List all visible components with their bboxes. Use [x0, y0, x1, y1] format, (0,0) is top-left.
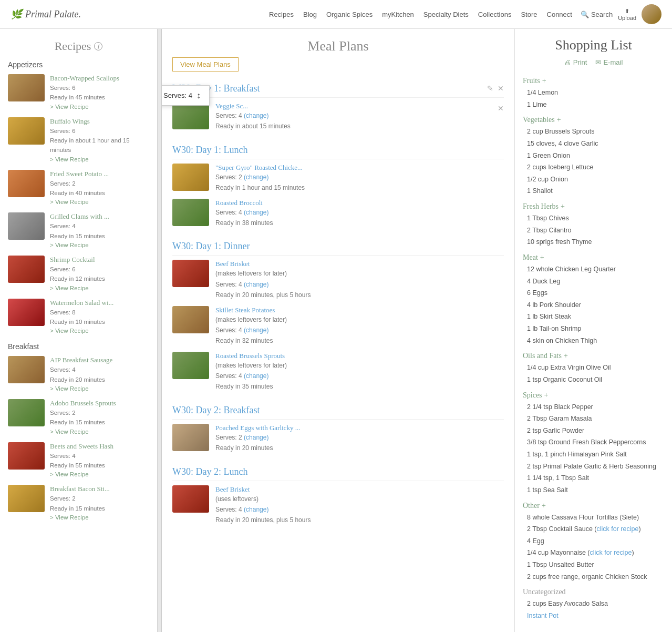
recipe-info: Adobo Brussels Sprouts Serves: 2 Ready i…	[50, 399, 149, 436]
meal-thumbnail	[172, 164, 209, 191]
recipe-thumbnail	[8, 117, 45, 145]
change-serves-link[interactable]: (change)	[244, 506, 268, 513]
recipe-title[interactable]: Watermelon Salad wi...	[50, 299, 113, 307]
shopping-item: 2 1/4 tsp Black Pepper	[523, 401, 664, 413]
add-item-icon[interactable]: +	[544, 391, 549, 400]
upload-button[interactable]: ⬆ Upload	[618, 8, 636, 21]
shopping-item: 1/4 cup Mayonnaise (click for recipe)	[523, 547, 664, 559]
view-recipe-link[interactable]: > View Recipe	[50, 471, 89, 477]
main-container: Recipes i Appetizers Bacon-Wrapped Scall…	[0, 29, 672, 632]
meal-title[interactable]: Skillet Steak Potatoes	[215, 306, 275, 314]
change-serves-link[interactable]: (change)	[244, 209, 268, 216]
view-recipe-link[interactable]: > View Recipe	[50, 242, 89, 248]
recipe-ready: Ready in 10 minutes	[50, 317, 149, 327]
change-serves-link[interactable]: (change)	[244, 327, 268, 334]
cocktail-sauce-link[interactable]: click for recipe	[596, 525, 638, 533]
view-recipe-link[interactable]: > View Recipe	[50, 199, 89, 205]
meal-thumbnail	[172, 260, 209, 287]
recipe-serves: Serves: 2	[50, 494, 149, 503]
email-button[interactable]: ✉ E-mail	[595, 58, 623, 66]
shopping-item: Instant Pot	[523, 610, 664, 622]
recipe-thumbnail	[8, 212, 45, 240]
recipe-title[interactable]: Fried Sweet Potato ...	[50, 170, 109, 178]
recipe-ready: Ready in 20 minutes	[50, 375, 149, 384]
day-header: W30: Day 1: Dinner	[172, 237, 504, 256]
print-button[interactable]: 🖨 Print	[564, 58, 587, 66]
recipe-title[interactable]: Shrimp Cocktail	[50, 256, 95, 263]
recipe-thumbnail	[8, 256, 45, 283]
recipe-title[interactable]: AIP Breakfast Sausage	[50, 356, 112, 364]
meal-info: Veggie Sc... Serves: 4 (change) Ready in…	[215, 102, 491, 132]
info-icon[interactable]: i	[94, 42, 102, 50]
add-item-icon[interactable]: +	[557, 116, 561, 124]
recipe-serves: Serves: 6	[50, 126, 149, 136]
category-breakfast: Breakfast	[0, 338, 157, 353]
recipe-title[interactable]: Grilled Clams with ...	[50, 212, 109, 220]
view-recipe-link[interactable]: > View Recipe	[50, 514, 89, 521]
meal-title[interactable]: Poached Eggs with Garlicky ...	[215, 424, 300, 432]
meal-title[interactable]: Roasted Broccoli	[215, 199, 263, 207]
nav-connect[interactable]: Connect	[547, 11, 572, 18]
nav-collections[interactable]: Collections	[478, 11, 512, 18]
view-recipe-link[interactable]: > View Recipe	[50, 429, 89, 435]
recipe-ready: Ready in 12 minutes	[50, 274, 149, 283]
meal-item: Beef Brisket (makes leftovers for later)…	[172, 260, 504, 300]
meal-title[interactable]: "Super Gyro" Roasted Chicke...	[215, 164, 303, 171]
nav-specialty-diets[interactable]: Specialty Diets	[423, 11, 469, 18]
view-recipe-link[interactable]: > View Recipe	[50, 285, 89, 291]
view-recipe-link[interactable]: > View Recipe	[50, 385, 89, 392]
add-item-icon[interactable]: +	[540, 253, 544, 262]
nav-organic-spices[interactable]: Organic Spices	[326, 11, 373, 18]
meal-title[interactable]: Beef Brisket	[215, 260, 250, 268]
list-item: AIP Breakfast Sausage Serves: 4 Ready in…	[0, 353, 157, 396]
day-header: W30: Day 2: Lunch	[172, 462, 504, 481]
recipe-title[interactable]: Buffalo Wings	[50, 117, 90, 125]
change-serves-link[interactable]: (change)	[244, 174, 268, 181]
recipe-title[interactable]: Bacon-Wrapped Scallops	[50, 74, 119, 82]
change-serves-link[interactable]: (change)	[244, 112, 268, 119]
recipe-title[interactable]: Beets and Sweets Hash	[50, 442, 113, 450]
instant-pot-link[interactable]: Instant Pot	[527, 612, 559, 619]
tooltip-cursor: ↕	[197, 91, 201, 100]
view-meal-plans-button[interactable]: View Meal Plans	[172, 57, 239, 72]
change-serves-link[interactable]: (change)	[244, 372, 268, 380]
meal-serves: Serves: 2 (change)	[215, 432, 504, 443]
add-item-icon[interactable]: +	[542, 77, 546, 85]
recipe-thumbnail	[8, 299, 45, 326]
logo-icon: 🌿	[11, 8, 22, 20]
recipe-title[interactable]: Adobo Brussels Sprouts	[50, 399, 116, 407]
list-item: Buffalo Wings Serves: 6 Ready in about 1…	[0, 114, 157, 167]
nav-store[interactable]: Store	[521, 11, 537, 18]
serves-tooltip: ↑ Serves: 4 ↕	[162, 85, 210, 106]
meal-serves: Serves: 4 (change)	[215, 110, 491, 121]
add-item-icon[interactable]: +	[561, 202, 565, 211]
search-button[interactable]: 🔍 Search	[581, 11, 613, 18]
meal-info: Roasted Brussels Sprouts (makes leftover…	[215, 352, 504, 392]
edit-icon[interactable]: ✎	[487, 84, 493, 93]
nav-mykitchen[interactable]: myKitchen	[382, 11, 414, 18]
change-serves-link[interactable]: (change)	[244, 434, 268, 441]
meal-title[interactable]: Veggie Sc...	[215, 102, 248, 110]
view-recipe-link[interactable]: > View Recipe	[50, 328, 89, 334]
close-icon[interactable]: ✕	[498, 84, 504, 93]
shopping-item: 4 lb Pork Shoulder	[523, 299, 664, 311]
meal-title[interactable]: Roasted Brussels Sprouts	[215, 352, 285, 360]
recipe-serves: Serves: 8	[50, 308, 149, 317]
add-item-icon[interactable]: +	[542, 502, 546, 510]
shopping-category-fruits: Fruits +	[523, 77, 664, 85]
day-section-1-lunch: W30: Day 1: Lunch "Super Gyro" Roasted C…	[172, 140, 504, 229]
nav-blog[interactable]: Blog	[303, 11, 317, 18]
site-logo[interactable]: 🌿 Primal Palate.	[11, 8, 81, 20]
change-serves-link[interactable]: (change)	[244, 281, 268, 288]
mayonnaise-link[interactable]: click for recipe	[590, 549, 632, 556]
add-item-icon[interactable]: +	[564, 352, 568, 360]
view-recipe-link[interactable]: > View Recipe	[50, 104, 89, 110]
remove-meal-icon[interactable]: ✕	[498, 104, 504, 113]
user-avatar[interactable]	[642, 4, 661, 24]
day-title: W30: Day 1: Lunch	[172, 145, 247, 156]
list-item: Fried Sweet Potato ... Serves: 2 Ready i…	[0, 167, 157, 210]
nav-recipes[interactable]: Recipes	[269, 11, 294, 18]
recipe-title[interactable]: Breakfast Bacon Sti...	[50, 485, 110, 493]
view-recipe-link[interactable]: > View Recipe	[50, 156, 89, 162]
meal-title[interactable]: Beef Brisket	[215, 485, 250, 493]
